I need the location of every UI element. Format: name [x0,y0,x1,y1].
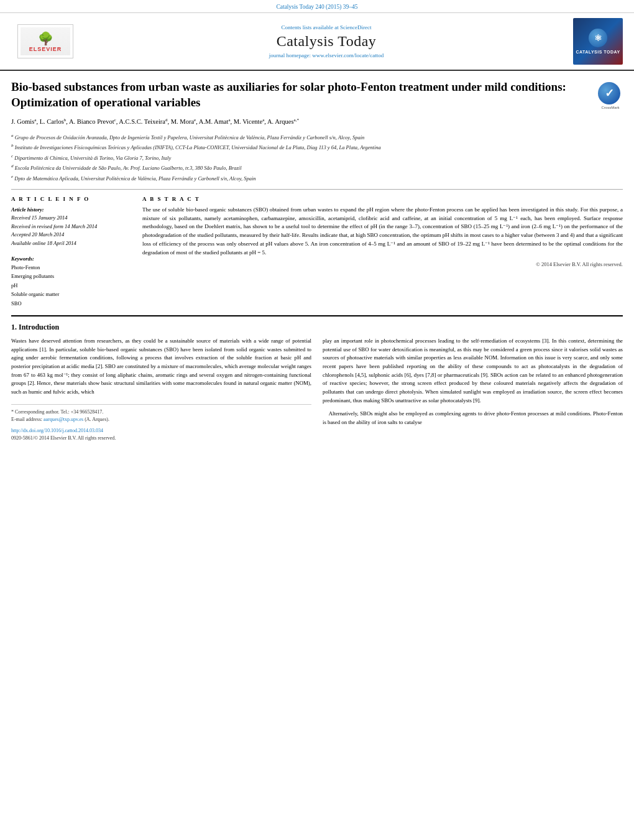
body-col-right: play an important role in photochemical … [323,337,623,441]
article-body: Bio-based substances from urban waste as… [0,71,634,448]
body-two-col: Wastes have deserved attention from rese… [11,337,623,441]
journal-homepage: journal homepage: www.elsevier.com/locat… [92,52,561,58]
keyword-3: pH [11,281,132,290]
doi-link[interactable]: http://dx.doi.org/10.1016/j.cattod.2014.… [11,428,103,433]
elsevier-logo-box: 🌳 ELSEVIER [17,24,73,58]
journal-citation: Catalysis Today 240 (2015) 39–45 [276,4,357,10]
accepted-date: Accepted 20 March 2014 [11,231,64,238]
contents-text: Contents lists available at [282,24,339,30]
science-direct-name[interactable]: ScienceDirect [340,24,371,30]
catalysis-logo-circle: ⚛ [589,29,607,47]
title-row: Bio-based substances from urban waste as… [11,80,623,110]
abstract-col: A B S T R A C T The use of soluble bio-b… [142,196,623,308]
elsevier-tree-icon: 🌳 [38,31,53,46]
footnote-corresponding: * Corresponding author. Tel.: +34 966528… [11,408,311,416]
keyword-1: Photo-Fenton [11,263,132,272]
keyword-4: Soluble organic matter [11,290,132,298]
footnote-issn: 0920-5861/© 2014 Elsevier B.V. All right… [11,435,311,442]
affil-c: c Dipartimento di Chimica, Università di… [11,153,623,162]
article-info-header: A R T I C L E I N F O [11,196,132,202]
section-num: 1. [11,323,17,331]
journal-title-center: Contents lists available at ScienceDirec… [80,24,573,58]
homepage-label: journal homepage: [269,52,311,58]
catalysis-label: CATALYSIS TODAY [576,50,620,54]
elsevier-logo-inner: 🌳 ELSEVIER [21,27,70,55]
keywords-label: Keywords: [11,256,34,262]
section-title-text: Introduction [19,323,59,331]
journal-main-title: Catalysis Today [92,33,561,50]
keyword-2: Emerging pollutants [11,272,132,280]
article-info-col: A R T I C L E I N F O Article history: R… [11,196,132,308]
affiliations: a Grupo de Procesos de Oxidación Avanzad… [11,132,623,183]
catalysis-logo-box: ⚛ CATALYSIS TODAY [573,18,623,65]
science-direct-link: Contents lists available at ScienceDirec… [92,24,561,30]
affil-a: a Grupo de Procesos de Oxidación Avanzad… [11,132,623,142]
received-revised-date: Received in revised form 14 March 2014 [11,223,97,229]
abstract-header: A B S T R A C T [142,196,623,202]
top-bar: Catalysis Today 240 (2015) 39–45 [0,0,634,13]
keyword-5: SBO [11,299,132,308]
copyright-line: © 2014 Elsevier B.V. All rights reserved… [142,261,623,267]
author-list: J. Gomisa, L. Carlosb, A. Bianco Prevotc… [11,118,299,125]
crossmark-icon: ✓ [598,82,620,104]
divider-thick [11,315,623,316]
intro-left-para: Wastes have deserved attention from rese… [11,337,311,396]
footnote-email: E-mail address: aarques@txp.upv.es (A. A… [11,416,311,423]
journal-header: 🌳 ELSEVIER Contents lists available at S… [0,13,634,71]
footnote-doi: http://dx.doi.org/10.1016/j.cattod.2014.… [11,427,311,435]
crossmark-label: CrossMark [598,106,623,109]
intro-right-para-2: Alternatively, SBOs might also be employ… [323,410,623,427]
body-col-left: Wastes have deserved attention from rese… [11,337,311,441]
available-date: Available online 18 April 2014 [11,240,76,246]
page-wrapper: Catalysis Today 240 (2015) 39–45 🌳 ELSEV… [0,0,634,840]
history-label: Article history: [11,206,44,213]
crossmark-badge[interactable]: ✓ CrossMark [598,82,623,107]
keywords-section: Keywords: Photo-Fenton Emerging pollutan… [11,254,132,308]
article-history: Article history: Received 15 January 201… [11,206,132,248]
introduction-section: 1. Introduction Wastes have deserved att… [11,323,623,441]
abstract-text: The use of soluble bio-based organic sub… [142,206,623,258]
footnote-area: * Corresponding author. Tel.: +34 966528… [11,404,311,442]
elsevier-text: ELSEVIER [29,46,62,52]
affil-e: e Dpto de Matemática Aplicada, Universit… [11,173,623,183]
article-title: Bio-based substances from urban waste as… [11,80,598,110]
affil-b: b Instituto de Investigaciones Fisicoquí… [11,142,623,152]
homepage-url[interactable]: www.elsevier.com/locate/cattod [312,52,384,58]
article-info-abstract: A R T I C L E I N F O Article history: R… [11,196,623,308]
divider-after-affiliations [11,189,623,190]
authors: J. Gomisa, L. Carlosb, A. Bianco Prevotc… [11,116,623,127]
footnote-email-link[interactable]: aarques@txp.upv.es [44,417,83,422]
intro-right-para: play an important role in photochemical … [323,337,623,405]
elsevier-logo: 🌳 ELSEVIER [11,24,80,58]
affil-d: d Escola Politécnica da Universidade de … [11,163,623,172]
section-title: 1. Introduction [11,323,623,332]
received-date: Received 15 January 2014 [11,215,67,221]
